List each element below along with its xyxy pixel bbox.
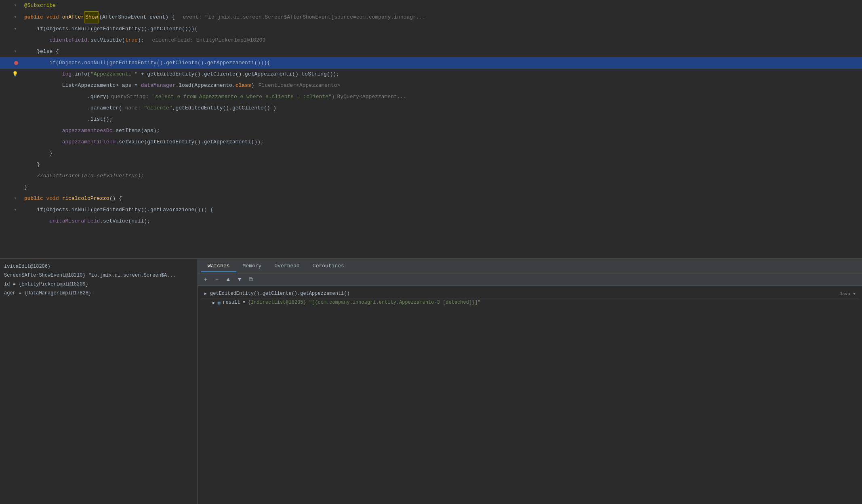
- variables-panel: ivitaEdit@18206} Screen$AfterShowEvent@1…: [0, 259, 198, 504]
- code-line: //daFatturareField.setValue(true);: [0, 170, 862, 182]
- code-line: }: [0, 159, 862, 170]
- watch-result-row: ▶ ▦ result = {IndirectList@18235} "[{com…: [201, 298, 859, 307]
- fold-icon[interactable]: ▾: [13, 15, 18, 20]
- keyword-token: public: [24, 193, 46, 204]
- gutter: ▾: [0, 207, 22, 213]
- code-token: .setValue(getEditedEntity().getAppezzame…: [116, 136, 264, 148]
- fold-icon[interactable]: ▾: [13, 207, 18, 213]
- keyword-token: void: [46, 193, 62, 204]
- keyword-token: true: [125, 35, 138, 46]
- code-token: [24, 136, 62, 148]
- code-line: ▾ public void ricalcoloPrezzo() {: [0, 193, 862, 204]
- string-token: "cliente": [144, 103, 172, 114]
- copy-button[interactable]: ⧉: [246, 275, 255, 284]
- code-line: ▾ if(Objects.isNull(getEditedEntity().ge…: [0, 204, 862, 216]
- equals-sign: =: [242, 300, 245, 305]
- code-token: if(Objects.nonNull(getEditedEntity().get…: [24, 57, 270, 69]
- code-token: [24, 35, 49, 46]
- code-token: () {: [109, 193, 122, 204]
- tab-watches[interactable]: Watches: [201, 260, 236, 272]
- code-token: .setItems(aps);: [112, 125, 160, 136]
- field-token: appezzamentiField: [62, 136, 116, 148]
- app-container: ▾ @Subscribe ▾ public void onAfterShow(A…: [0, 0, 862, 504]
- field-token: unitaMisuraField: [49, 216, 100, 227]
- fold-icon[interactable]: ▾: [13, 196, 18, 202]
- var-token: dataManager: [141, 80, 176, 91]
- tab-memory[interactable]: Memory: [236, 260, 268, 272]
- tab-coroutines[interactable]: Coroutines: [306, 260, 351, 272]
- inline-hint: queryString:: [111, 91, 152, 103]
- bottom-panel: ivitaEdit@18206} Screen$AfterShowEvent@1…: [0, 258, 862, 504]
- code-token: }else {: [24, 46, 59, 57]
- remove-watch-button[interactable]: −: [212, 275, 221, 284]
- field-token: appezzamentoesDc: [62, 125, 113, 136]
- code-line: unitaMisuraField.setValue(null);: [0, 216, 862, 227]
- code-line: .parameter( name: "cliente",getEditedEnt…: [0, 103, 862, 114]
- inline-hint: ): [332, 91, 335, 103]
- inline-hint: FluentLoader<Appezzamento>: [259, 80, 341, 91]
- code-line: 💡 log.info("Appezzamenti " + getEditedEn…: [0, 69, 862, 80]
- code-token: [24, 69, 62, 80]
- inline-hint: clienteField: EntityPickerImpl@18209: [152, 35, 266, 46]
- code-token: if(Objects.isNull(getEditedEntity().getC…: [24, 23, 198, 35]
- fold-icon[interactable]: ▾: [13, 3, 18, 8]
- breakpoint-icon[interactable]: [14, 61, 18, 65]
- keyword-token: class: [235, 80, 251, 91]
- watches-panel: Watches Memory Overhead Coroutines +: [198, 259, 862, 504]
- annotation-token: @Subscribe: [24, 0, 56, 11]
- inline-hint: event: "io.jmix.ui.screen.Screen$AfterSh…: [183, 12, 426, 23]
- variable-text: ager = {DataManagerImpl@17828}: [4, 289, 91, 298]
- code-token: .info(: [71, 69, 90, 80]
- watch-expression-row: ▶ getEditedEntity().getCliente().getAppe…: [201, 289, 859, 298]
- method-name-token: ricalcoloPrezzo: [62, 193, 109, 204]
- code-line: clienteField.setVisible(true); clienteFi…: [0, 35, 862, 46]
- bottom-split: ivitaEdit@18206} Screen$AfterShowEvent@1…: [0, 259, 862, 504]
- variable-row: ld = {EntityPickerImpl@18209}: [4, 280, 193, 289]
- inline-hint-string: "select e from Appezzamento e where e.cl…: [152, 91, 332, 103]
- code-token: [24, 125, 62, 136]
- field-token: clienteField: [49, 35, 87, 46]
- tabs-bar: Watches Memory Overhead Coroutines: [198, 259, 862, 273]
- gutter: ▾: [0, 49, 22, 55]
- gutter: ▾: [0, 196, 22, 202]
- keyword-token: void: [46, 12, 62, 23]
- watch-type-dropdown[interactable]: Java ▾: [839, 291, 856, 296]
- gutter: [0, 61, 22, 65]
- string-token: "Appezzamenti ": [90, 69, 138, 80]
- code-line: }: [0, 182, 862, 193]
- var-token: log: [62, 69, 71, 80]
- gutter: ▾: [0, 15, 22, 20]
- fold-icon[interactable]: ▾: [13, 26, 18, 32]
- code-token: .parameter(: [24, 103, 125, 114]
- move-down-button[interactable]: ▼: [235, 275, 244, 284]
- code-token: .setValue(null);: [100, 216, 150, 227]
- tab-overhead[interactable]: Overhead: [268, 260, 306, 272]
- code-token: + getEditedEntity().getCliente().getAppe…: [138, 69, 339, 80]
- code-line: List<Appezzamento> aps = dataManager.loa…: [0, 80, 862, 91]
- move-up-button[interactable]: ▲: [224, 275, 233, 284]
- code-token: }: [24, 182, 27, 193]
- comment-token: //daFatturareField.setValue(true);: [24, 170, 144, 182]
- bulb-icon[interactable]: 💡: [12, 69, 18, 80]
- code-line: appezzamentoesDc.setItems(aps);: [0, 125, 862, 136]
- code-line: .list();: [0, 114, 862, 125]
- add-watch-button[interactable]: +: [201, 275, 210, 284]
- variable-row: ager = {DataManagerImpl@17828}: [4, 289, 193, 298]
- variable-text: ld = {EntityPickerImpl@18209}: [4, 280, 88, 289]
- code-token: .load(Appezzamento.: [175, 80, 235, 91]
- chevron-down-icon: ▾: [853, 292, 856, 296]
- code-token: List<Appezzamento> aps =: [24, 80, 141, 91]
- code-line: }: [0, 148, 862, 159]
- keyword-token: public: [24, 12, 46, 23]
- code-token: (AfterShowEvent event) {: [99, 12, 175, 23]
- fold-icon[interactable]: ▾: [13, 49, 18, 55]
- expand-icon[interactable]: ▶: [212, 300, 215, 305]
- code-line: ▾ public void onAfterShow(AfterShowEvent…: [0, 11, 862, 23]
- array-icon: ▦: [218, 300, 221, 305]
- code-line: ▾ }else {: [0, 46, 862, 57]
- code-token: .query(: [24, 91, 109, 103]
- variable-text: ivitaEdit@18206}: [4, 262, 50, 271]
- gutter: 💡: [0, 69, 22, 80]
- code-token: ,getEditedEntity().getCliente() ): [172, 103, 276, 114]
- expand-arrow-icon[interactable]: ▶: [204, 291, 207, 296]
